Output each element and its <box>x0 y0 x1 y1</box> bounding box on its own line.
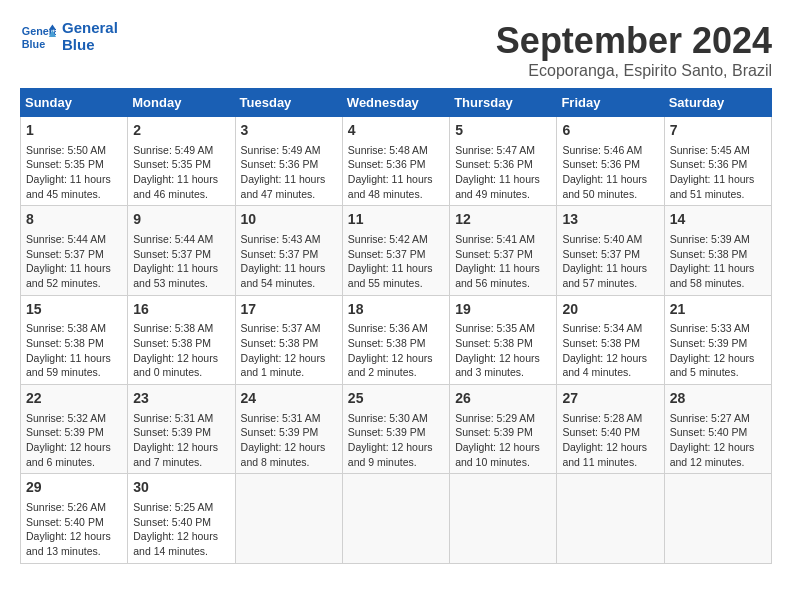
day-info: Sunrise: 5:31 AMSunset: 5:39 PMDaylight:… <box>133 411 229 470</box>
calendar-day-cell: 4Sunrise: 5:48 AMSunset: 5:36 PMDaylight… <box>342 117 449 206</box>
day-number: 3 <box>241 121 337 141</box>
day-info: Sunrise: 5:36 AMSunset: 5:38 PMDaylight:… <box>348 321 444 380</box>
calendar-day-cell: 28Sunrise: 5:27 AMSunset: 5:40 PMDayligh… <box>664 385 771 474</box>
day-number: 7 <box>670 121 766 141</box>
calendar-day-cell: 13Sunrise: 5:40 AMSunset: 5:37 PMDayligh… <box>557 206 664 295</box>
calendar-day-cell <box>664 474 771 563</box>
day-number: 15 <box>26 300 122 320</box>
header-saturday: Saturday <box>664 89 771 117</box>
day-info: Sunrise: 5:44 AMSunset: 5:37 PMDaylight:… <box>133 232 229 291</box>
title-section: September 2024 Ecoporanga, Espirito Sant… <box>496 20 772 80</box>
calendar-day-cell: 22Sunrise: 5:32 AMSunset: 5:39 PMDayligh… <box>21 385 128 474</box>
header-monday: Monday <box>128 89 235 117</box>
calendar-table: Sunday Monday Tuesday Wednesday Thursday… <box>20 88 772 564</box>
day-number: 28 <box>670 389 766 409</box>
svg-text:Blue: Blue <box>22 37 45 49</box>
day-info: Sunrise: 5:49 AMSunset: 5:36 PMDaylight:… <box>241 143 337 202</box>
calendar-day-cell: 11Sunrise: 5:42 AMSunset: 5:37 PMDayligh… <box>342 206 449 295</box>
calendar-day-cell: 7Sunrise: 5:45 AMSunset: 5:36 PMDaylight… <box>664 117 771 206</box>
day-number: 21 <box>670 300 766 320</box>
day-info: Sunrise: 5:30 AMSunset: 5:39 PMDaylight:… <box>348 411 444 470</box>
day-info: Sunrise: 5:49 AMSunset: 5:35 PMDaylight:… <box>133 143 229 202</box>
calendar-day-cell <box>557 474 664 563</box>
day-number: 24 <box>241 389 337 409</box>
day-number: 6 <box>562 121 658 141</box>
day-number: 25 <box>348 389 444 409</box>
day-info: Sunrise: 5:45 AMSunset: 5:36 PMDaylight:… <box>670 143 766 202</box>
calendar-day-cell: 16Sunrise: 5:38 AMSunset: 5:38 PMDayligh… <box>128 295 235 384</box>
day-number: 4 <box>348 121 444 141</box>
day-info: Sunrise: 5:26 AMSunset: 5:40 PMDaylight:… <box>26 500 122 559</box>
calendar-week-row: 22Sunrise: 5:32 AMSunset: 5:39 PMDayligh… <box>21 385 772 474</box>
day-info: Sunrise: 5:32 AMSunset: 5:39 PMDaylight:… <box>26 411 122 470</box>
header-wednesday: Wednesday <box>342 89 449 117</box>
day-number: 16 <box>133 300 229 320</box>
calendar-day-cell: 26Sunrise: 5:29 AMSunset: 5:39 PMDayligh… <box>450 385 557 474</box>
day-info: Sunrise: 5:47 AMSunset: 5:36 PMDaylight:… <box>455 143 551 202</box>
calendar-week-row: 1Sunrise: 5:50 AMSunset: 5:35 PMDaylight… <box>21 117 772 206</box>
day-info: Sunrise: 5:31 AMSunset: 5:39 PMDaylight:… <box>241 411 337 470</box>
day-info: Sunrise: 5:44 AMSunset: 5:37 PMDaylight:… <box>26 232 122 291</box>
day-number: 18 <box>348 300 444 320</box>
calendar-day-cell <box>450 474 557 563</box>
calendar-day-cell: 3Sunrise: 5:49 AMSunset: 5:36 PMDaylight… <box>235 117 342 206</box>
header-sunday: Sunday <box>21 89 128 117</box>
calendar-week-row: 8Sunrise: 5:44 AMSunset: 5:37 PMDaylight… <box>21 206 772 295</box>
calendar-day-cell: 5Sunrise: 5:47 AMSunset: 5:36 PMDaylight… <box>450 117 557 206</box>
calendar-day-cell: 15Sunrise: 5:38 AMSunset: 5:38 PMDayligh… <box>21 295 128 384</box>
calendar-header-row: Sunday Monday Tuesday Wednesday Thursday… <box>21 89 772 117</box>
day-number: 8 <box>26 210 122 230</box>
header-tuesday: Tuesday <box>235 89 342 117</box>
day-info: Sunrise: 5:33 AMSunset: 5:39 PMDaylight:… <box>670 321 766 380</box>
day-number: 29 <box>26 478 122 498</box>
calendar-day-cell: 17Sunrise: 5:37 AMSunset: 5:38 PMDayligh… <box>235 295 342 384</box>
day-info: Sunrise: 5:40 AMSunset: 5:37 PMDaylight:… <box>562 232 658 291</box>
day-info: Sunrise: 5:43 AMSunset: 5:37 PMDaylight:… <box>241 232 337 291</box>
calendar-day-cell: 29Sunrise: 5:26 AMSunset: 5:40 PMDayligh… <box>21 474 128 563</box>
calendar-day-cell: 24Sunrise: 5:31 AMSunset: 5:39 PMDayligh… <box>235 385 342 474</box>
calendar-day-cell <box>235 474 342 563</box>
calendar-week-row: 29Sunrise: 5:26 AMSunset: 5:40 PMDayligh… <box>21 474 772 563</box>
day-number: 26 <box>455 389 551 409</box>
calendar-day-cell: 30Sunrise: 5:25 AMSunset: 5:40 PMDayligh… <box>128 474 235 563</box>
day-number: 17 <box>241 300 337 320</box>
day-info: Sunrise: 5:46 AMSunset: 5:36 PMDaylight:… <box>562 143 658 202</box>
day-info: Sunrise: 5:42 AMSunset: 5:37 PMDaylight:… <box>348 232 444 291</box>
calendar-day-cell: 23Sunrise: 5:31 AMSunset: 5:39 PMDayligh… <box>128 385 235 474</box>
day-info: Sunrise: 5:34 AMSunset: 5:38 PMDaylight:… <box>562 321 658 380</box>
location-subtitle: Ecoporanga, Espirito Santo, Brazil <box>496 62 772 80</box>
day-info: Sunrise: 5:35 AMSunset: 5:38 PMDaylight:… <box>455 321 551 380</box>
day-number: 27 <box>562 389 658 409</box>
calendar-day-cell: 20Sunrise: 5:34 AMSunset: 5:38 PMDayligh… <box>557 295 664 384</box>
day-info: Sunrise: 5:41 AMSunset: 5:37 PMDaylight:… <box>455 232 551 291</box>
calendar-day-cell: 18Sunrise: 5:36 AMSunset: 5:38 PMDayligh… <box>342 295 449 384</box>
day-number: 1 <box>26 121 122 141</box>
day-number: 13 <box>562 210 658 230</box>
day-number: 20 <box>562 300 658 320</box>
logo: General Blue General Blue <box>20 20 118 53</box>
logo-icon: General Blue <box>20 22 56 52</box>
day-number: 5 <box>455 121 551 141</box>
calendar-day-cell <box>342 474 449 563</box>
calendar-day-cell: 25Sunrise: 5:30 AMSunset: 5:39 PMDayligh… <box>342 385 449 474</box>
calendar-day-cell: 6Sunrise: 5:46 AMSunset: 5:36 PMDaylight… <box>557 117 664 206</box>
calendar-week-row: 15Sunrise: 5:38 AMSunset: 5:38 PMDayligh… <box>21 295 772 384</box>
day-info: Sunrise: 5:29 AMSunset: 5:39 PMDaylight:… <box>455 411 551 470</box>
day-info: Sunrise: 5:39 AMSunset: 5:38 PMDaylight:… <box>670 232 766 291</box>
month-title: September 2024 <box>496 20 772 62</box>
day-info: Sunrise: 5:28 AMSunset: 5:40 PMDaylight:… <box>562 411 658 470</box>
day-info: Sunrise: 5:38 AMSunset: 5:38 PMDaylight:… <box>26 321 122 380</box>
day-number: 22 <box>26 389 122 409</box>
calendar-day-cell: 8Sunrise: 5:44 AMSunset: 5:37 PMDaylight… <box>21 206 128 295</box>
calendar-day-cell: 21Sunrise: 5:33 AMSunset: 5:39 PMDayligh… <box>664 295 771 384</box>
calendar-day-cell: 2Sunrise: 5:49 AMSunset: 5:35 PMDaylight… <box>128 117 235 206</box>
day-info: Sunrise: 5:38 AMSunset: 5:38 PMDaylight:… <box>133 321 229 380</box>
day-info: Sunrise: 5:25 AMSunset: 5:40 PMDaylight:… <box>133 500 229 559</box>
day-number: 30 <box>133 478 229 498</box>
day-number: 9 <box>133 210 229 230</box>
day-number: 11 <box>348 210 444 230</box>
day-number: 14 <box>670 210 766 230</box>
day-info: Sunrise: 5:48 AMSunset: 5:36 PMDaylight:… <box>348 143 444 202</box>
calendar-day-cell: 9Sunrise: 5:44 AMSunset: 5:37 PMDaylight… <box>128 206 235 295</box>
day-number: 23 <box>133 389 229 409</box>
